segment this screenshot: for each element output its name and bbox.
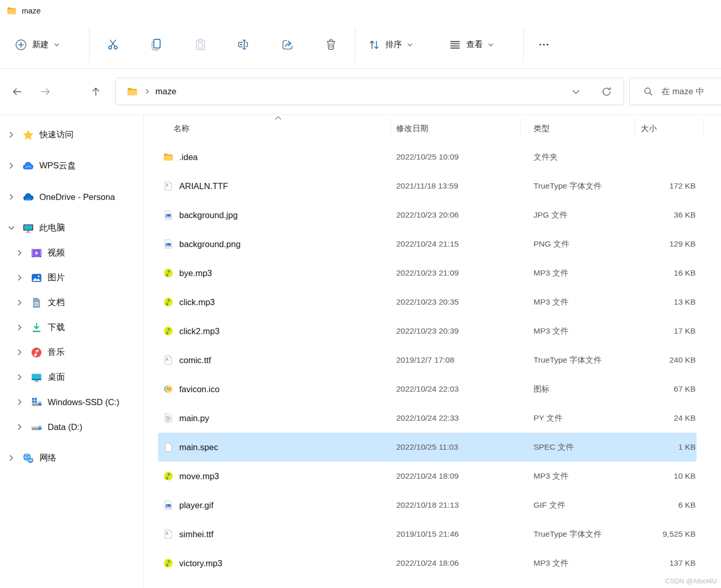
forward-button[interactable] <box>35 81 56 102</box>
file-name: simhei.ttf <box>179 520 213 549</box>
toolbar: 新建 排序 查看 <box>0 21 721 69</box>
address-dropdown-icon[interactable] <box>570 85 582 98</box>
trash-icon <box>324 38 338 51</box>
column-separator[interactable] <box>635 118 635 138</box>
file-date-modified: 2022/10/23 21:09 <box>396 259 459 288</box>
sidebar-item-label: 网络 <box>39 452 56 464</box>
refresh-icon[interactable] <box>601 86 612 97</box>
address-bar[interactable]: maze <box>115 78 624 105</box>
wps-cloud-icon <box>22 160 34 172</box>
column-separator[interactable] <box>521 118 521 138</box>
sidebar-item-onedrive[interactable]: OneDrive - Persona <box>0 184 143 209</box>
music-icon <box>31 347 42 358</box>
table-row[interactable]: main.py 2022/10/24 22:33 PY 文件 24 KB <box>158 404 697 433</box>
file-name: background.png <box>179 230 240 259</box>
new-button[interactable]: 新建 <box>9 34 65 55</box>
share-button[interactable] <box>277 34 298 55</box>
chevron-right-icon[interactable] <box>16 323 24 332</box>
sidebar-item-pictures[interactable]: 图片 <box>0 265 143 290</box>
cut-button[interactable] <box>102 34 124 55</box>
table-row[interactable]: .idea 2022/10/25 10:09 文件夹 <box>158 142 697 171</box>
star-icon <box>22 129 34 141</box>
sidebar-item-label: OneDrive - Persona <box>39 192 115 202</box>
column-separator[interactable] <box>703 118 704 138</box>
table-row[interactable]: move.mp3 2022/10/24 18:09 MP3 文件 10 KB <box>158 462 697 491</box>
sort-icon <box>368 38 381 51</box>
delete-button[interactable] <box>320 34 342 55</box>
table-row[interactable]: click2.mp3 2022/10/23 20:39 MP3 文件 17 KB <box>158 317 697 346</box>
sidebar-item-videos[interactable]: 视频 <box>0 240 143 265</box>
folder-icon <box>7 6 17 16</box>
sidebar-item-music[interactable]: 音乐 <box>0 340 143 365</box>
table-row[interactable]: bye.mp3 2022/10/23 21:09 MP3 文件 16 KB <box>158 259 697 288</box>
file-name: favicon.ico <box>179 375 220 404</box>
file-name: main.spec <box>179 433 218 462</box>
chevron-right-icon[interactable] <box>7 454 16 462</box>
chevron-right-icon[interactable] <box>7 193 16 201</box>
chevron-right-icon[interactable] <box>16 274 24 282</box>
svg-text:A: A <box>165 531 168 536</box>
table-row[interactable]: click.mp3 2022/10/23 20:35 MP3 文件 13 KB <box>158 288 697 317</box>
sort-button[interactable]: 排序 <box>363 34 419 55</box>
column-header-type[interactable]: 类型 <box>533 115 550 139</box>
chevron-right-icon[interactable] <box>16 348 24 356</box>
qqmusic-icon <box>163 326 174 336</box>
file-date-modified: 2022/10/24 18:06 <box>396 549 459 578</box>
file-type: TrueType 字体文件 <box>533 171 601 200</box>
table-row[interactable]: background.jpg 2022/10/23 20:06 JPG 文件 3… <box>158 200 697 230</box>
sidebar-item-desktop[interactable]: 桌面 <box>0 365 143 390</box>
column-separator[interactable] <box>391 118 391 138</box>
chevron-right-icon[interactable] <box>7 131 16 139</box>
paste-button[interactable] <box>190 34 211 55</box>
sidebar-item-downloads[interactable]: 下载 <box>0 315 143 340</box>
file-name: ARIALN.TTF <box>179 171 228 200</box>
view-label: 查看 <box>466 39 483 50</box>
copy-button[interactable] <box>146 34 167 55</box>
search-input[interactable] <box>661 87 721 96</box>
column-header-name[interactable]: 名称 <box>174 115 190 139</box>
pictures-icon <box>31 272 42 284</box>
sidebar-item-network[interactable]: 网络 <box>0 446 143 470</box>
table-row[interactable]: A simhei.ttf 2019/10/15 21:46 TrueType 字… <box>158 520 697 549</box>
file-date-modified: 2022/10/18 21:13 <box>396 491 459 520</box>
table-row[interactable]: main.spec 2022/10/25 11:03 SPEC 文件 1 KB <box>158 433 697 462</box>
sidebar-item-label: 此电脑 <box>39 222 65 234</box>
back-button[interactable] <box>7 81 27 102</box>
search-icon <box>643 86 654 97</box>
table-row[interactable]: player.gif 2022/10/18 21:13 GIF 文件 6 KB <box>158 491 697 520</box>
back-icon <box>11 86 23 97</box>
column-header-size[interactable]: 大小 <box>641 115 657 139</box>
table-row[interactable]: victory.mp3 2022/10/24 18:06 MP3 文件 137 … <box>158 549 697 578</box>
sidebar-item-data-d[interactable]: Data (D:) <box>0 414 143 439</box>
sidebar-item-label: 桌面 <box>48 371 65 383</box>
rename-button[interactable] <box>233 34 254 55</box>
chevron-right-icon[interactable] <box>16 423 24 431</box>
chevron-right-icon[interactable] <box>7 162 16 170</box>
view-button[interactable]: 查看 <box>443 34 499 55</box>
chevron-right-icon[interactable] <box>16 249 24 257</box>
sidebar-item-windows-ssd-c[interactable]: Windows-SSD (C:) <box>0 390 143 414</box>
sidebar-item-wps-cloud[interactable]: WPS云盘 <box>0 153 143 178</box>
file-size: 6 KB <box>628 491 696 520</box>
column-header-date[interactable]: 修改日期 <box>396 115 428 139</box>
sidebar-item-quick-access[interactable]: 快速访问 <box>0 122 143 147</box>
file-date-modified: 2019/10/15 21:46 <box>396 520 459 549</box>
rename-icon <box>237 38 250 51</box>
up-button[interactable] <box>85 81 106 102</box>
search-box[interactable] <box>629 78 721 105</box>
chevron-down-icon <box>53 41 60 48</box>
table-row[interactable]: A ARIALN.TTF 2021/11/18 13:59 TrueType 字… <box>158 171 697 200</box>
sidebar-item-this-pc[interactable]: 此电脑 <box>0 216 143 240</box>
table-row[interactable]: background.png 2022/10/24 21:15 PNG 文件 1… <box>158 230 697 259</box>
chevron-right-icon[interactable] <box>16 398 24 406</box>
more-options-button[interactable] <box>533 34 555 55</box>
recent-locations-button[interactable] <box>65 86 76 97</box>
sidebar-item-documents[interactable]: 文档 <box>0 290 143 315</box>
chevron-right-icon[interactable] <box>16 298 24 307</box>
chevron-down-icon[interactable] <box>7 224 16 232</box>
table-row[interactable]: favicon.ico 2022/10/24 22:03 图标 67 KB <box>158 375 697 404</box>
table-row[interactable]: A comic.ttf 2019/12/7 17:08 TrueType 字体文… <box>158 346 697 375</box>
breadcrumb-folder[interactable]: maze <box>155 87 176 96</box>
file-size: 9,525 KB <box>628 520 696 549</box>
chevron-right-icon[interactable] <box>16 373 24 381</box>
